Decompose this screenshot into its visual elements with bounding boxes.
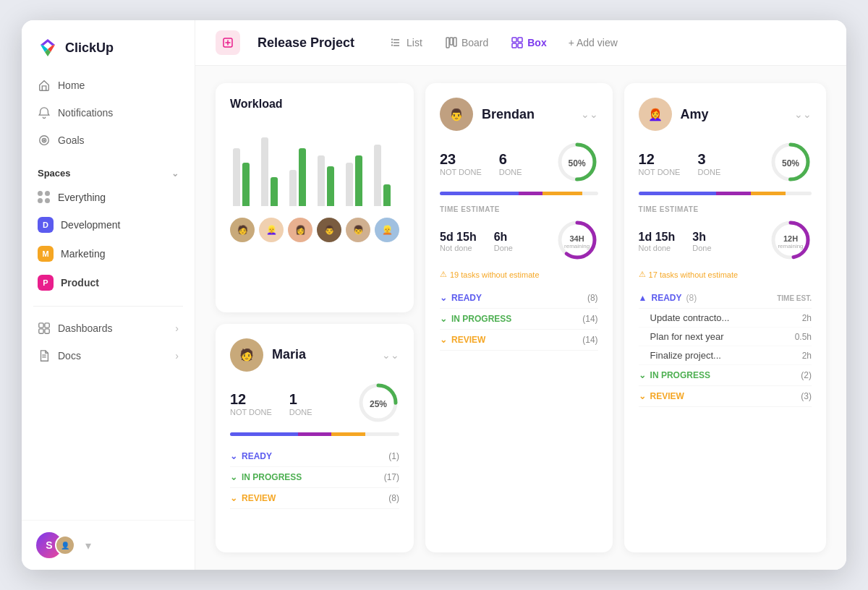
amy-progress-ring: 50% [770, 141, 812, 186]
docs-icon [38, 349, 51, 362]
sidebar-item-notifications[interactable]: Notifications [29, 100, 187, 126]
bar-gray [233, 148, 240, 206]
maria-done: 1 Done [289, 391, 312, 416]
user-chevron[interactable]: ▾ [85, 539, 91, 552]
svg-rect-17 [391, 39, 393, 40]
amy-category-ready[interactable]: ▲ READY (8) TIME EST. [639, 288, 812, 309]
tab-box[interactable]: Box [507, 34, 550, 51]
sidebar-bottom-nav: Dashboards › Docs › [22, 315, 195, 370]
sidebar-footer: S 👤 ▾ [22, 520, 195, 570]
sidebar-item-marketing[interactable]: M Marketing [29, 240, 187, 268]
amy-time-ring: 12H remaining [770, 219, 812, 264]
maria-multibar [230, 432, 399, 436]
docs-arrow: › [175, 350, 179, 362]
bar-green [383, 184, 391, 206]
workload-title: Workload [230, 98, 283, 111]
svg-rect-20 [446, 38, 449, 48]
maria-avatar: 🧑 [230, 338, 263, 372]
maria-category-ready[interactable]: ⌄ READY (1) [230, 446, 399, 467]
brendan-progress-label: 50% [569, 158, 586, 168]
notifications-label: Notifications [58, 107, 113, 119]
logo[interactable]: ClickUp [22, 20, 195, 72]
brendan-chevron[interactable]: ⌄⌄ [581, 108, 598, 120]
everything-label: Everything [58, 192, 106, 203]
sidebar-item-docs[interactable]: Docs › [29, 343, 187, 369]
brendan-done: 6 Done [499, 151, 522, 176]
amy-category-inprogress[interactable]: ⌄ IN PROGRESS (2) [639, 365, 812, 386]
bar-group-1 [233, 148, 255, 206]
bar-group-4 [318, 155, 340, 206]
tab-board[interactable]: Board [441, 34, 493, 51]
brendan-time-stats: 5d 15h Not done 6h Done 34H [440, 219, 598, 264]
add-view-button[interactable]: + Add view [569, 37, 618, 48]
amy-stats: 12 Not done 3 Done 50% [639, 141, 812, 186]
maria-category-review[interactable]: ⌄ REVIEW (8) [230, 488, 399, 509]
amy-time-stats: 1d 15h Not done 3h Done 12H [639, 219, 812, 264]
maria-progress-ring: 25% [357, 382, 399, 427]
maria-chevron[interactable]: ⌄⌄ [382, 349, 399, 361]
board-icon [446, 37, 457, 48]
maria-header: 🧑 Maria ⌄⌄ [230, 338, 399, 372]
app-container: ClickUp Home Notifications [22, 20, 846, 570]
amy-avatar: 👩‍🦰 [639, 98, 672, 131]
brendan-name: Brendan [482, 107, 535, 122]
svg-rect-7 [39, 323, 43, 328]
amy-not-done: 12 Not done [639, 151, 681, 176]
svg-marker-0 [41, 39, 55, 46]
brendan-not-done: 23 Not done [440, 151, 482, 176]
brendan-category-inprogress[interactable]: ⌄ IN PROGRESS (14) [440, 309, 598, 330]
svg-point-6 [43, 140, 45, 141]
brendan-time-label: TIME ESTIMATE [440, 205, 598, 213]
multibar-purple [716, 192, 751, 195]
product-dot: P [38, 275, 54, 291]
bar-green [271, 177, 278, 206]
content-area: Workload [195, 66, 846, 570]
maria-name: Maria [272, 347, 306, 362]
home-icon [38, 79, 51, 92]
tab-list[interactable]: List [386, 34, 427, 51]
svg-rect-21 [450, 38, 453, 45]
brendan-category-review[interactable]: ⌄ REVIEW (14) [440, 330, 598, 351]
multibar-yellow [751, 192, 786, 195]
maria-progress-label: 25% [370, 399, 387, 409]
sidebar-item-product[interactable]: P Product [29, 269, 187, 296]
left-column: Workload [216, 83, 414, 552]
spaces-chevron[interactable]: ⌄ [171, 168, 179, 179]
svg-rect-19 [391, 45, 393, 46]
sidebar-item-everything[interactable]: Everything [29, 185, 187, 210]
multibar-yellow [331, 432, 365, 436]
avatar-5: 👦 [346, 218, 370, 242]
app-name: ClickUp [65, 40, 114, 56]
workload-chart [230, 119, 399, 206]
multibar-blue [230, 432, 298, 436]
avatar-3: 👩 [288, 218, 312, 242]
multibar-blue [440, 192, 519, 195]
maria-category-inprogress[interactable]: ⌄ IN PROGRESS (17) [230, 467, 399, 488]
spaces-section-title: Spaces ⌄ [22, 155, 195, 184]
sidebar-item-home[interactable]: Home [29, 72, 187, 98]
svg-rect-9 [39, 329, 43, 333]
svg-rect-26 [518, 43, 522, 48]
sidebar-item-development[interactable]: D Development [29, 211, 187, 239]
brendan-category-ready[interactable]: ⌄ READY (8) [440, 288, 598, 309]
maria-stats: 12 Not done 1 Done 25% [230, 382, 399, 427]
product-label: Product [61, 277, 99, 288]
development-dot: D [38, 217, 54, 233]
svg-rect-18 [391, 42, 393, 43]
bar-green [355, 155, 362, 206]
project-title: Release Project [258, 35, 354, 51]
bar-group-5 [346, 155, 368, 206]
project-icon-box [216, 30, 240, 55]
sidebar-item-dashboards[interactable]: Dashboards › [29, 315, 187, 341]
multibar-purple [519, 192, 542, 195]
brendan-time-ring: 34H remaining [556, 219, 598, 264]
svg-rect-24 [518, 38, 522, 42]
amy-category-review[interactable]: ⌄ REVIEW (3) [639, 386, 812, 407]
box-icon [511, 37, 523, 48]
amy-header: 👩‍🦰 Amy ⌄⌄ [639, 98, 812, 131]
dashboards-label: Dashboards [58, 322, 113, 334]
bar-gray [346, 163, 353, 206]
amy-chevron[interactable]: ⌄⌄ [794, 108, 812, 120]
dashboards-icon [38, 322, 51, 335]
sidebar-item-goals[interactable]: Goals [29, 127, 187, 153]
